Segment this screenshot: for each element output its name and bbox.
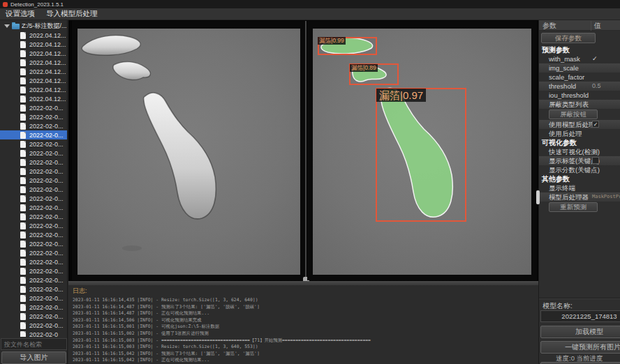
file-list-item[interactable]: 2022-02-0... [0, 203, 67, 212]
param-row[interactable]: 屏蔽类型列表 [539, 100, 620, 109]
file-list-item[interactable]: 2022-02-0... [0, 185, 67, 194]
file-list-item[interactable]: 2022-02-0... [0, 285, 67, 294]
file-list-item[interactable]: 2022-02-0... [0, 266, 67, 275]
log-line: 2023-01-11 16:16:15,003 |INFO| - =======… [73, 338, 534, 344]
detection-box [376, 88, 466, 222]
file-list-item[interactable]: 2022.04.12... [0, 40, 67, 49]
param-row[interactable]: 使用后处理 [539, 129, 620, 138]
param-row[interactable]: 显示终端 [539, 183, 620, 192]
app-logo-icon [3, 2, 8, 7]
filename-search-input[interactable] [1, 338, 67, 350]
file-icon [20, 59, 26, 66]
file-list-item[interactable]: 2022-02-0 [0, 330, 67, 337]
file-list-item[interactable]: 2022.04.12... [0, 58, 67, 67]
file-name: 2022-02-0... [29, 114, 64, 121]
log-panel: 日志: 2023-01-11 16:16:14,435 |INFO| - Res… [68, 285, 538, 364]
title-bar: Detection_2023.1.5.1 [0, 0, 620, 8]
file-list-item[interactable]: 2022-02-0... [0, 139, 67, 149]
scrollbar-thumb[interactable] [536, 190, 540, 204]
window-title: Detection_2023.1.5.1 [10, 1, 64, 8]
file-list-item[interactable]: 2022-02-0... [0, 130, 67, 139]
pane-splitter[interactable] [305, 21, 307, 280]
param-row[interactable]: 模型后处理器MaskPostPro [539, 192, 620, 202]
file-name: 2022.04.12... [29, 68, 66, 75]
file-name: 2022-02-0... [29, 204, 64, 211]
file-list-item[interactable]: 2022-02-0... [0, 303, 67, 312]
original-image-panel[interactable] [72, 21, 305, 280]
file-name: 2022-02-0... [29, 213, 64, 220]
file-list-item[interactable]: 2022.04.12... [0, 67, 67, 76]
param-button[interactable]: 重新预测 [549, 202, 598, 212]
param-row[interactable]: 快速可视化(检测) [539, 147, 620, 156]
menu-import-postprocess[interactable]: 导入模型后处理 [40, 8, 103, 20]
param-row[interactable]: 使用模型后处理✓ [539, 120, 620, 129]
predict-all-button[interactable]: 一键预测所有图片 [540, 341, 620, 354]
file-list-item[interactable]: 2022-02-0... [0, 230, 67, 239]
param-row[interactable]: threshold0.5 [539, 82, 620, 91]
file-list-item[interactable]: 2022-02-0... [0, 167, 67, 176]
file-list-item[interactable]: 2022-02-0... [0, 112, 67, 121]
file-icon [20, 331, 26, 338]
file-icon [20, 259, 26, 266]
param-section-title: 预测参数 [539, 45, 620, 54]
file-name: 2022-02-0... [29, 159, 64, 166]
file-list-item[interactable]: 2022.04.12... [0, 49, 67, 58]
file-list-item[interactable]: 2022-02-0... [0, 294, 67, 303]
file-list-item[interactable]: 2022.04.12... [0, 94, 67, 103]
file-list-item[interactable]: 2022-02-0... [0, 212, 67, 221]
file-list-item[interactable]: 2022-02-0... [0, 221, 67, 230]
file-icon [20, 204, 26, 211]
file-name: 2022-02-0... [29, 150, 64, 157]
file-list-item[interactable]: 2022-02-0... [0, 103, 67, 112]
params-rows: 预测参数with_mask✓img_scalescale_factorthres… [539, 45, 620, 213]
param-label: scale_factor [549, 73, 584, 82]
file-list-item[interactable]: 2022-02-0... [0, 257, 67, 266]
file-list-item[interactable]: 2022-02-0... [0, 275, 67, 285]
expander-icon[interactable] [4, 24, 10, 28]
file-list-item[interactable]: 2022.04.12... [0, 76, 67, 85]
params-header-name: 参数 [542, 21, 556, 31]
param-checkbox[interactable] [592, 157, 599, 164]
file-list-item[interactable]: 2022-02-0... [0, 312, 67, 321]
file-list-item[interactable]: 2022-02-0... [0, 149, 67, 158]
file-list-item[interactable]: 2022.04.12... [0, 31, 67, 40]
log-line: 2023-01-11 16:16:14,487 |INFO| - 正在可视化预测… [73, 310, 534, 317]
file-list-item[interactable]: 2022-02-0... [0, 121, 67, 130]
param-button[interactable]: 屏蔽按钮 [549, 109, 598, 119]
file-list-item[interactable]: 2022.04.12... [0, 85, 67, 94]
param-row[interactable]: with_mask✓ [539, 54, 620, 63]
param-row[interactable]: iou_threshold [539, 91, 620, 100]
file-icon [20, 50, 26, 57]
param-row[interactable]: img_scale [539, 63, 620, 73]
param-row[interactable]: scale_factor [539, 73, 620, 82]
file-icon [20, 286, 26, 293]
file-name: 2022-02-0... [29, 132, 64, 139]
param-row[interactable]: 显示标签(关键点) [539, 156, 620, 165]
param-checkbox[interactable]: ✓ [592, 121, 599, 128]
file-icon [20, 250, 26, 257]
import-images-button[interactable]: 导入图片 [1, 351, 66, 364]
file-name: 2022-02-0... [29, 141, 64, 148]
file-list-item[interactable]: 2022-02-0... [0, 321, 67, 330]
param-label: 显示分数(关键点) [549, 165, 600, 174]
file-list-item[interactable]: 2022-02-0... [0, 176, 67, 185]
param-label: 屏蔽类型列表 [549, 100, 589, 109]
file-icon [20, 295, 26, 302]
detection-label: 漏箔|0.89 [350, 64, 378, 72]
file-list-item[interactable]: 2022-02-0... [0, 239, 67, 248]
load-model-button[interactable]: 加载模型 [540, 326, 620, 338]
main-viewer: 漏箔|0.99 漏箔|0.89 漏箔|0.97 日志: 2023-01-11 1… [68, 20, 538, 364]
tree-root[interactable]: Z:/5-标注数据/... [0, 22, 67, 31]
model-name-field[interactable]: 20221225_174813 [540, 310, 620, 322]
file-icon [20, 68, 26, 75]
menu-settings[interactable]: 设置选项 [0, 8, 40, 20]
file-list-item[interactable]: 2022-02-0... [0, 194, 67, 203]
save-params-button[interactable]: 保存参数 [541, 33, 596, 43]
file-list-item[interactable]: 2022-02-0... [0, 248, 67, 257]
model-name-label: 模型名称: [542, 301, 573, 311]
prediction-image-panel[interactable]: 漏箔|0.99 漏箔|0.89 漏箔|0.97 [307, 21, 537, 280]
param-row[interactable]: 显示分数(关键点) [539, 165, 620, 174]
file-icon [20, 232, 26, 238]
param-label: 使用模型后处理 [549, 120, 596, 129]
file-list-item[interactable]: 2022-02-0... [0, 158, 67, 167]
